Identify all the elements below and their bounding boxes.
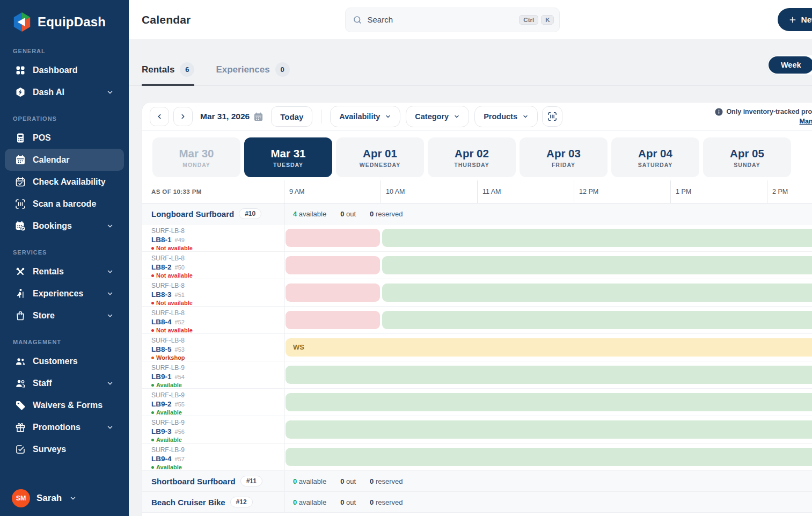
item-status: Not available: [151, 299, 284, 307]
hour-label: 10 AM: [381, 180, 477, 203]
item-number: #57: [175, 456, 185, 462]
day-card-apr-04[interactable]: Apr 04 SATURDAY: [611, 137, 699, 177]
product-id-badge: #10: [239, 208, 261, 219]
app-logo[interactable]: EquipDash: [0, 0, 129, 34]
manage-products-link[interactable]: Manage products: [800, 118, 812, 125]
toggle-week[interactable]: Week: [769, 56, 812, 74]
calendar-toolbar: Mar 31, 2026 Today Availability Category…: [142, 103, 812, 131]
calendar-picker-icon[interactable]: [253, 112, 264, 122]
sidebar-item-waivers-forms[interactable]: Waivers & Forms: [5, 394, 124, 416]
inventory-item-row: SURF-LB-8 LB8-3#51 Not available: [142, 279, 812, 307]
tab-label: Rentals: [142, 64, 174, 75]
sidebar-nav: GENERAL Dashboard Dash AI OPERATIONS POS…: [0, 35, 129, 483]
product-group-row: Longboard Surfboard #10 4 available 0 ou…: [142, 204, 812, 224]
new-booking-button[interactable]: New booking: [778, 8, 812, 31]
filter-label: Products: [484, 112, 517, 121]
chevron-down-icon: [522, 113, 529, 120]
item-code[interactable]: LB8-2: [151, 263, 172, 271]
sidebar: EquipDash GENERAL Dashboard Dash AI OPER…: [0, 0, 129, 516]
item-code[interactable]: LB8-4: [151, 318, 172, 326]
day-card-apr-01[interactable]: Apr 01 WEDNESDAY: [336, 137, 424, 177]
item-timeline: [284, 416, 812, 443]
next-week-button[interactable]: [173, 107, 193, 126]
filter-category[interactable]: Category: [406, 106, 469, 127]
item-info: SURF-LB-9 LB9-3#56 Available: [142, 416, 284, 443]
search-box[interactable]: CtrlK: [345, 8, 560, 32]
barcode-scan-icon: [15, 199, 26, 209]
item-code[interactable]: LB8-1: [151, 236, 172, 244]
item-code[interactable]: LB8-3: [151, 290, 172, 299]
sidebar-item-experiences[interactable]: Experiences: [5, 282, 124, 304]
availability-bar-free[interactable]: [286, 448, 812, 466]
availability-bar-free[interactable]: [286, 366, 812, 384]
day-card-apr-03[interactable]: Apr 03 FRIDAY: [520, 137, 608, 177]
item-code[interactable]: LB9-2: [151, 400, 172, 408]
info-icon: [715, 108, 723, 116]
product-id-badge: #11: [240, 476, 262, 486]
sidebar-item-pos[interactable]: POS: [5, 127, 124, 149]
availability-bar-blocked[interactable]: [286, 284, 380, 302]
availability-bar-free[interactable]: [286, 420, 812, 439]
sidebar-item-staff[interactable]: Staff: [5, 372, 124, 394]
inventory-item-row: SURF-LB-8 LB8-4#52 Not available: [142, 307, 812, 334]
day-card-mar-31[interactable]: Mar 31 TUESDAY: [244, 137, 332, 177]
availability-bar-free[interactable]: [382, 311, 812, 329]
sidebar-item-scan-a-barcode[interactable]: Scan a barcode: [5, 193, 124, 215]
tab-count-badge: 0: [275, 62, 290, 77]
dashboard-grid-icon: [15, 65, 26, 76]
inventory-notice: Only inventory-tracked products shown. M…: [715, 108, 812, 126]
availability-bar-free[interactable]: [286, 393, 812, 411]
sidebar-item-customers[interactable]: Customers: [5, 350, 124, 372]
scan-barcode-button[interactable]: [542, 106, 562, 127]
sidebar-item-rentals[interactable]: Rentals: [5, 260, 124, 282]
barcode-scan-icon: [547, 112, 557, 121]
today-button[interactable]: Today: [271, 106, 312, 127]
user-name: Sarah: [36, 493, 62, 504]
availability-bar-blocked[interactable]: [286, 256, 380, 274]
tab-rentals[interactable]: Rentals 6: [142, 62, 194, 85]
sidebar-item-check-availability[interactable]: Check Availability: [5, 171, 124, 193]
day-date: Apr 05: [730, 147, 764, 160]
availability-bar-blocked[interactable]: [286, 229, 380, 247]
item-code[interactable]: LB9-3: [151, 427, 172, 435]
availability-bar-free[interactable]: [382, 229, 812, 247]
item-info: SURF-LB-8 LB8-5#53 Workshop: [142, 334, 284, 361]
product-name[interactable]: Beach Cruiser Bike: [151, 498, 225, 507]
item-status: Available: [151, 436, 284, 444]
chevron-down-icon: [106, 89, 114, 96]
chevron-down-icon: [106, 290, 114, 297]
sidebar-item-bookings[interactable]: Bookings: [5, 215, 124, 237]
item-code[interactable]: LB9-1: [151, 373, 172, 381]
day-card-apr-05[interactable]: Apr 05 SUNDAY: [703, 137, 791, 177]
day-name: MONDAY: [182, 162, 210, 168]
search-input[interactable]: [367, 15, 514, 24]
sidebar-item-surveys[interactable]: Surveys: [5, 438, 124, 460]
inventory-item-row: SURF-LB-9 LB9-2#55 Available: [142, 389, 812, 416]
item-code[interactable]: LB8-5: [151, 345, 172, 353]
sidebar-item-promotions[interactable]: Promotions: [5, 416, 124, 438]
filter-products[interactable]: Products: [474, 106, 538, 127]
prev-week-button[interactable]: [150, 107, 169, 126]
date-display[interactable]: Mar 31, 2026: [200, 112, 264, 122]
item-code[interactable]: LB9-4: [151, 455, 172, 463]
tab-experiences[interactable]: Experiences 0: [216, 62, 289, 85]
product-group-row: Beach Cruiser Bike #12 0 available 0 out…: [142, 492, 812, 513]
item-timeline: [284, 279, 812, 306]
sidebar-item-store[interactable]: Store: [5, 304, 124, 326]
product-name[interactable]: Shortboard Surfboard: [151, 477, 236, 486]
sidebar-item-dash-ai[interactable]: Dash AI: [5, 81, 124, 103]
product-name[interactable]: Longboard Surfboard: [151, 209, 234, 219]
day-card-apr-02[interactable]: Apr 02 THURSDAY: [428, 137, 516, 177]
availability-bar-blocked[interactable]: [286, 311, 380, 329]
sidebar-item-calendar[interactable]: Calendar: [5, 149, 124, 171]
filter-availability[interactable]: Availability: [330, 106, 400, 127]
availability-bar-free[interactable]: [382, 284, 812, 302]
user-menu[interactable]: SM Sarah: [12, 489, 118, 507]
availability-bar-workshop[interactable]: WS: [286, 338, 812, 357]
status-dot-icon: [151, 329, 154, 332]
day-card-mar-30[interactable]: Mar 30 MONDAY: [152, 137, 240, 177]
sidebar-item-label: Dash AI: [33, 88, 64, 97]
sidebar-item-label: POS: [33, 133, 51, 143]
sidebar-item-dashboard[interactable]: Dashboard: [5, 59, 124, 81]
availability-bar-free[interactable]: [382, 256, 812, 274]
